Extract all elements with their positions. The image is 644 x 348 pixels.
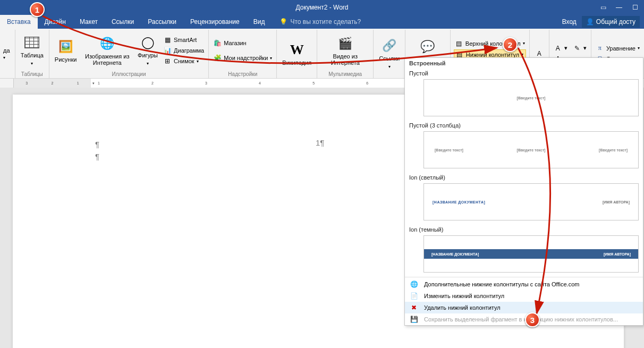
links-label: Ссылки (379, 55, 400, 70)
tell-me-placeholder: Что вы хотите сделать? (290, 18, 361, 26)
minimize-icon[interactable]: — (611, 0, 627, 15)
share-label: Общий досту (596, 18, 635, 26)
my-addins-button[interactable]: 🧩Мои надстройки (212, 53, 273, 63)
online-pictures-label: Изображения из Интернета (83, 53, 131, 66)
comment-icon: 💬 (419, 38, 436, 55)
edit-footer-label: Изменить нижний колонтитул (424, 293, 504, 299)
chart-button[interactable]: 📊Диаграмма (162, 46, 205, 55)
preset-ion-dark[interactable]: [НАЗВАНИЕ ДОКУМЕНТА] [ИМЯ АВТОРА] (423, 235, 639, 273)
save-selection-button: 💾Сохранить выделенный фрагмент в коллекц… (405, 313, 643, 325)
equation-icon: π (596, 44, 604, 53)
picture-icon: 🖼️ (57, 38, 74, 55)
shapes-label: Фигуры (138, 52, 158, 67)
store-button[interactable]: 🛍️Магазин (212, 38, 273, 48)
online-picture-icon: 🌐 (99, 35, 116, 52)
annotation-badge-1: 1 (30, 2, 45, 17)
annotation-badge-3: 3 (525, 312, 540, 327)
tell-me-search[interactable]: 💡 Что вы хотите сделать? (279, 18, 361, 26)
tab-insert[interactable]: Вставка (0, 15, 38, 29)
online-video-label: Видео из Интернета (323, 53, 368, 66)
equation-label: Уравнение (606, 45, 635, 52)
table-button[interactable]: Таблица (19, 33, 46, 68)
table-button-label: Таблица (21, 52, 44, 67)
chart-icon: 📊 (163, 46, 172, 55)
my-addins-label: Мои надстройки (224, 55, 268, 61)
preset-ion-light-title: Ion (светлый) (405, 173, 643, 182)
edit-footer-button[interactable]: 📄Изменить нижний колонтитул (405, 290, 643, 302)
paragraph-mark: ¶ (95, 152, 99, 161)
window-title: Документ2 - Word (295, 4, 348, 11)
login-link[interactable]: Вход (562, 18, 577, 26)
maximize-icon[interactable]: ☐ (627, 0, 643, 15)
gallery-section: Встроенный (405, 58, 643, 69)
video-icon: 🎬 (337, 35, 354, 52)
wordart-icon: A (554, 44, 562, 53)
pictures-button[interactable]: 🖼️ Рисунки (53, 37, 79, 64)
tab-layout[interactable]: Макет (73, 15, 105, 29)
person-icon: 👤 (586, 18, 594, 26)
online-video-button[interactable]: 🎬 Видео из Интернета (320, 34, 370, 67)
link-icon: 🔗 (381, 37, 398, 54)
wikipedia-button[interactable]: W Википедия (280, 40, 313, 67)
more-footers-label: Дополнительные нижние колонтитулы с сайт… (424, 281, 579, 287)
placeholder-text: [Введите текст] (599, 148, 628, 152)
tab-view[interactable]: Вид (247, 15, 272, 29)
footer-gallery: Встроенный Пустой [Введите текст] Пустой… (404, 57, 643, 326)
placeholder-text: [Введите текст] (517, 148, 546, 152)
save-selection-label: Сохранить выделенный фрагмент в коллекци… (424, 316, 618, 322)
author-placeholder: [ИМЯ АВТОРА] (603, 200, 630, 204)
screenshot-label: Снимок (174, 58, 194, 64)
ribbon-tabs: Вставка Дизайн Макет Ссылки Рассылки Рец… (0, 15, 644, 29)
page-number: 1¶ (316, 138, 324, 147)
tab-review[interactable]: Рецензирование (183, 15, 247, 29)
screenshot-button[interactable]: ⊞Снимок (162, 56, 205, 66)
text-box-button[interactable]: A (534, 49, 545, 58)
titlebar: Документ2 - Word ▭ — ☐ (0, 0, 644, 15)
ribbon-display-icon[interactable]: ▭ (595, 0, 611, 15)
preset-empty[interactable]: [Введите текст] (423, 79, 639, 116)
pictures-label: Рисунки (55, 56, 77, 63)
placeholder-text: [Введите текст] (435, 148, 463, 152)
preset-ion-light[interactable]: [НАЗВАНИЕ ДОКУМЕНТА] [ИМЯ АВТОРА] (423, 183, 639, 220)
tab-design[interactable]: Дизайн (38, 15, 73, 29)
shapes-button[interactable]: ◯ Фигуры (135, 33, 160, 68)
preset-3col[interactable]: [Введите текст] [Введите текст] [Введите… (423, 131, 639, 168)
preset-ion-dark-title: Ion (темный) (405, 225, 643, 234)
more-footers-button[interactable]: 🌐Дополнительные нижние колонтитулы с сай… (405, 278, 643, 290)
pages-dropdown[interactable]: да (3, 47, 12, 60)
smartart-icon: ▦ (163, 36, 172, 44)
small-tools-1[interactable]: A▾ ✎▾ (553, 44, 588, 53)
screenshot-icon: ⊞ (163, 57, 172, 65)
links-button[interactable]: 🔗 Ссылки (377, 36, 402, 71)
save-icon: 💾 (409, 316, 419, 323)
textbox-icon: A (535, 49, 544, 58)
tab-mailings[interactable]: Рассылки (141, 15, 183, 29)
wikipedia-icon: W (289, 41, 306, 58)
remove-footer-button[interactable]: ✖Удалить нижний колонтитул (405, 302, 643, 313)
smartart-label: SmartArt (174, 37, 197, 43)
chart-label: Диаграмма (174, 47, 204, 54)
equation-button[interactable]: πУравнение (595, 44, 641, 53)
placeholder-text: [Введите текст] (517, 96, 546, 100)
remove-footer-label: Удалить нижний колонтитул (424, 304, 501, 311)
media-group-label: Мультимедиа (320, 70, 370, 78)
table-icon (24, 37, 39, 48)
shapes-icon: ◯ (139, 34, 156, 51)
online-pictures-button[interactable]: 🌐 Изображения из Интернета (81, 34, 133, 67)
doc-title-placeholder: [НАЗВАНИЕ ДОКУМЕНТА] (431, 252, 479, 256)
office-icon: 🌐 (409, 281, 419, 288)
paragraph-mark: ¶ (95, 140, 99, 149)
header-icon: ▤ (455, 39, 463, 48)
wikipedia-label: Википедия (282, 60, 311, 66)
remove-icon: ✖ (409, 304, 419, 311)
addins-icon: 🧩 (213, 54, 222, 62)
preset-empty-title: Пустой (405, 69, 643, 78)
store-label: Магазин (224, 40, 246, 46)
smartart-button[interactable]: ▦SmartArt (162, 35, 205, 45)
author-placeholder: [ИМЯ АВТОРА] (604, 252, 631, 256)
doc-title-placeholder: [НАЗВАНИЕ ДОКУМЕНТА] (433, 200, 485, 204)
lightbulb-icon: 💡 (279, 18, 287, 26)
annotation-badge-2: 2 (503, 37, 518, 52)
tab-references[interactable]: Ссылки (105, 15, 141, 29)
share-button[interactable]: 👤 Общий досту (582, 16, 640, 28)
